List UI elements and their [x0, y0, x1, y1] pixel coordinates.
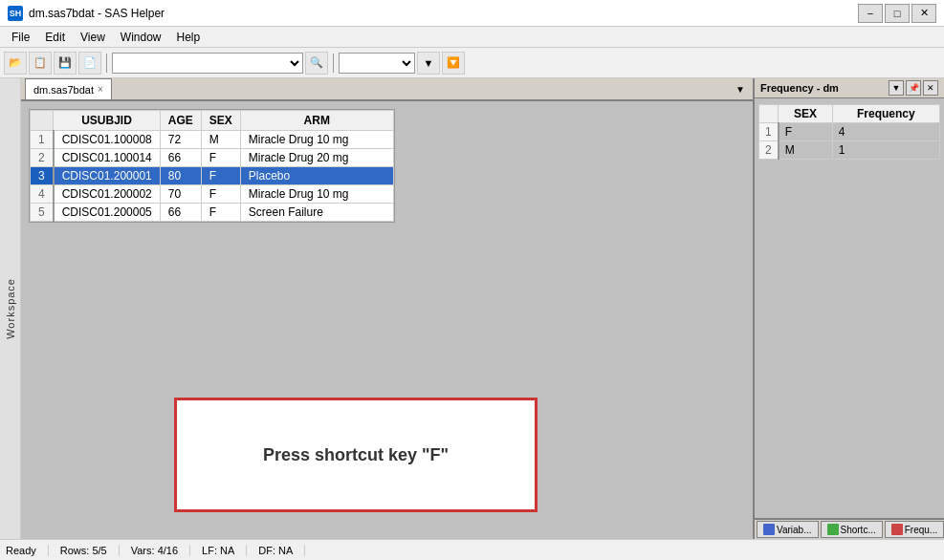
window-controls: − □ ✕ [858, 4, 936, 23]
main-area: Workspace dm.sas7bdat × ▼ USUBJID AGE [0, 78, 944, 539]
cell-arm-3: Placebo [240, 167, 393, 185]
col-header-usubjid: USUBJID [54, 111, 161, 131]
tab-dm[interactable]: dm.sas7bdat × [25, 78, 112, 99]
table-header-row: USUBJID AGE SEX ARM [31, 111, 394, 131]
right-panel-bottom: Variab... Shortc... Frequ... [755, 518, 944, 539]
status-lf: LF: NA [190, 545, 247, 556]
bottom-tab-frequency[interactable]: Frequ... [885, 521, 944, 538]
cell-usubjid-4: CDISC01.200002 [54, 185, 161, 204]
panel-dropdown-btn[interactable]: ▼ [889, 80, 904, 96]
maximize-button[interactable]: □ [885, 4, 910, 23]
cell-usubjid-2: CDISC01.100014 [54, 149, 161, 167]
shortcuts-icon [827, 524, 839, 535]
minimize-button[interactable]: − [858, 4, 883, 23]
cell-arm-5: Screen Failure [240, 204, 393, 222]
prompt-text: Press shortcut key "F" [263, 445, 449, 465]
cell-arm-1: Miracle Drug 10 mg [240, 131, 393, 149]
freq-num-1: 1 [759, 123, 779, 141]
tab-close-btn[interactable]: × [98, 84, 103, 95]
bottom-tab-bar: Variab... Shortc... Frequ... [755, 518, 944, 539]
menu-window[interactable]: Window [113, 29, 169, 46]
data-table-wrapper: USUBJID AGE SEX ARM 1 CDISC01.100008 72 … [29, 109, 395, 223]
tab-label: dm.sas7bdat [33, 84, 94, 96]
status-ready: Ready [6, 545, 49, 556]
cell-arm-4: Miracle Drug 10 mg [240, 185, 393, 204]
content-area: dm.sas7bdat × ▼ USUBJID AGE SEX ARM [21, 78, 753, 539]
row-num-3: 3 [31, 167, 54, 185]
toolbar-extra-btn[interactable]: 📄 [78, 52, 101, 75]
bottom-tab-variables[interactable]: Variab... [757, 521, 819, 538]
toolbar-dataset-select[interactable] [112, 53, 303, 74]
cell-sex-2: F [201, 149, 240, 167]
cell-age-5: 66 [160, 204, 201, 222]
toolbar-search-btn[interactable]: 🔍 [305, 52, 328, 75]
cell-usubjid-3: CDISC01.200001 [54, 167, 161, 185]
cell-usubjid-1: CDISC01.100008 [54, 131, 161, 149]
frequency-table: SEX Frequency 1 F 4 2 M 1 [758, 104, 940, 160]
table-row[interactable]: 1 CDISC01.100008 72 M Miracle Drug 10 mg [31, 131, 394, 149]
tab-bar: dm.sas7bdat × ▼ [21, 78, 753, 101]
bottom-tab-shortcuts-label: Shortc... [841, 525, 876, 535]
freq-row-1[interactable]: 1 F 4 [759, 123, 940, 141]
status-df: DF: NA [247, 545, 305, 556]
row-num-header [31, 111, 54, 131]
freq-frequency-1: 4 [832, 123, 939, 141]
table-row[interactable]: 5 CDISC01.200005 66 F Screen Failure [31, 204, 394, 222]
panel-close-btn[interactable]: ✕ [923, 80, 938, 96]
bottom-tab-shortcuts[interactable]: Shortc... [821, 521, 883, 538]
cell-arm-2: Miracle Drug 20 mg [240, 149, 393, 167]
freq-sex-2: M [779, 141, 832, 160]
workspace-label: Workspace [5, 278, 16, 339]
panel-pin-btn[interactable]: 📌 [906, 80, 921, 96]
cell-sex-1: M [201, 131, 240, 149]
freq-sex-1: F [779, 123, 832, 141]
freq-row-2[interactable]: 2 M 1 [759, 141, 940, 160]
freq-sex-header: SEX [779, 105, 832, 123]
table-row-highlighted[interactable]: 3 CDISC01.200001 80 F Placebo [31, 167, 394, 185]
app-icon: SH [8, 6, 23, 21]
menu-edit[interactable]: Edit [37, 29, 73, 46]
toolbar-separator-2 [333, 54, 334, 73]
freq-header-row: SEX Frequency [759, 105, 940, 123]
toolbar-copy-btn[interactable]: 📋 [29, 52, 52, 75]
col-header-arm: ARM [240, 111, 393, 131]
status-bar: Ready Rows: 5/5 Vars: 4/16 LF: NA DF: NA [0, 539, 944, 560]
freq-frequency-2: 1 [832, 141, 939, 160]
window-title: dm.sas7bdat - SAS Helper [29, 7, 165, 20]
data-table: USUBJID AGE SEX ARM 1 CDISC01.100008 72 … [30, 110, 394, 222]
col-header-age: AGE [160, 111, 201, 131]
table-row[interactable]: 2 CDISC01.100014 66 F Miracle Drug 20 mg [31, 149, 394, 167]
bottom-tab-frequency-label: Frequ... [905, 525, 937, 535]
cell-sex-3: F [201, 167, 240, 185]
toolbar: 📂 📋 💾 📄 🔍 ▼ 🔽 [0, 48, 944, 78]
col-header-sex: SEX [201, 111, 240, 131]
cell-age-4: 70 [160, 185, 201, 204]
variables-icon [763, 524, 775, 535]
cell-age-2: 66 [160, 149, 201, 167]
status-rows: Rows: 5/5 [49, 545, 120, 556]
close-button[interactable]: ✕ [911, 4, 936, 23]
toolbar-filter-select[interactable] [339, 53, 415, 74]
toolbar-save-btn[interactable]: 💾 [54, 52, 77, 75]
menu-view[interactable]: View [73, 29, 113, 46]
cell-sex-4: F [201, 185, 240, 204]
tab-dropdown-arrow[interactable]: ▼ [732, 84, 749, 95]
table-row[interactable]: 4 CDISC01.200002 70 F Miracle Drug 10 mg [31, 185, 394, 204]
menu-help[interactable]: Help [169, 29, 209, 46]
menu-file[interactable]: File [4, 29, 37, 46]
row-num-2: 2 [31, 149, 54, 167]
freq-num-2: 2 [759, 141, 779, 160]
cell-age-1: 72 [160, 131, 201, 149]
freq-frequency-header: Frequency [832, 105, 939, 123]
toolbar-separator-1 [106, 54, 107, 73]
row-num-4: 4 [31, 185, 54, 204]
right-panel-title: Frequency - dm [760, 82, 839, 94]
row-num-5: 5 [31, 204, 54, 222]
toolbar-filter-icon[interactable]: 🔽 [442, 52, 465, 75]
bottom-tab-variables-label: Variab... [777, 525, 812, 535]
status-vars: Vars: 4/16 [120, 545, 190, 556]
cell-sex-5: F [201, 204, 240, 222]
toolbar-filter-btn[interactable]: ▼ [417, 52, 440, 75]
toolbar-open-btn[interactable]: 📂 [4, 52, 27, 75]
frequency-icon [891, 524, 903, 535]
